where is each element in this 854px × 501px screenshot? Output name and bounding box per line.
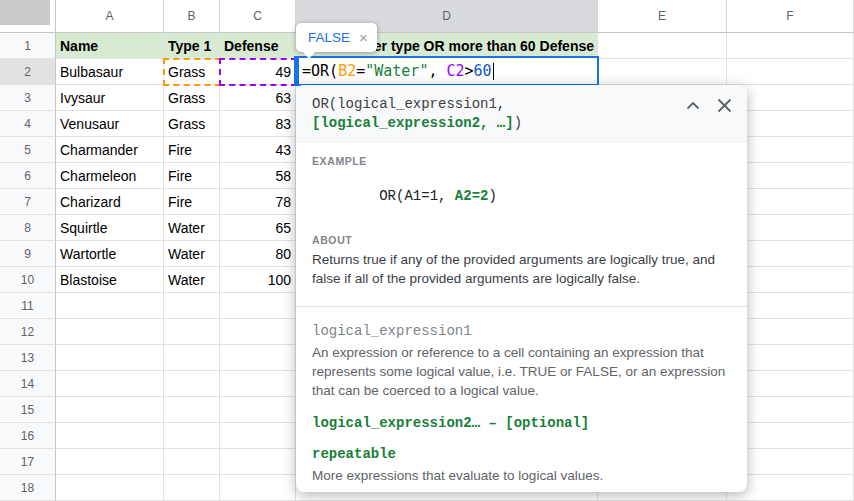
row-header-2[interactable]: 2 (0, 59, 56, 85)
cell-C9[interactable]: 80 (220, 241, 296, 267)
row-header-3[interactable]: 3 (0, 85, 56, 111)
row-header-8[interactable]: 8 (0, 215, 56, 241)
signature-prefix: OR(logical_expression1, (312, 96, 505, 112)
cell-B2[interactable]: Grass (164, 59, 220, 85)
cell-A8[interactable]: Squirtle (56, 215, 164, 241)
formula-token-1: B2 (338, 62, 356, 80)
cell-A5[interactable]: Charmander (56, 137, 164, 163)
select-all-corner[interactable] (0, 0, 56, 33)
row-header-6[interactable]: 6 (0, 163, 56, 189)
row-header-5[interactable]: 5 (0, 137, 56, 163)
row-header-7[interactable]: 7 (0, 189, 56, 215)
cell-C11[interactable] (220, 293, 296, 319)
row-header-14[interactable]: 14 (0, 371, 56, 397)
cell-F2[interactable] (727, 59, 854, 85)
cell-B14[interactable] (164, 371, 220, 397)
cell-C4[interactable]: 83 (220, 111, 296, 137)
close-icon[interactable] (717, 98, 732, 113)
cell-A4[interactable]: Venusaur (56, 111, 164, 137)
cell-B7[interactable]: Fire (164, 189, 220, 215)
row-header-18[interactable]: 18 (0, 475, 56, 501)
row-header-17[interactable]: 17 (0, 449, 56, 475)
cell-C5[interactable]: 43 (220, 137, 296, 163)
cell-A18[interactable] (56, 475, 164, 501)
row-header-9[interactable]: 9 (0, 241, 56, 267)
cell-C7[interactable]: 78 (220, 189, 296, 215)
row-header-1[interactable]: 1 (0, 33, 56, 59)
cell-A13[interactable] (56, 345, 164, 371)
cell-A15[interactable] (56, 397, 164, 423)
cell-A7[interactable]: Charizard (56, 189, 164, 215)
function-help-popup: OR(logical_expression1, [logical_express… (296, 85, 747, 492)
cell-A2[interactable]: Bulbasaur (56, 59, 164, 85)
row-header-11[interactable]: 11 (0, 293, 56, 319)
divider (296, 306, 747, 307)
cell-A11[interactable] (56, 293, 164, 319)
cell-E2[interactable] (598, 59, 727, 85)
cell-F1[interactable] (727, 33, 854, 59)
cell-C12[interactable] (220, 319, 296, 345)
row-header-12[interactable]: 12 (0, 319, 56, 345)
formula-token-3: "Water" (365, 62, 428, 80)
about-label: ABOUT (312, 234, 731, 246)
tooltip-close-icon[interactable]: × (359, 29, 368, 46)
cell-C10[interactable]: 100 (220, 267, 296, 293)
cell-C2[interactable]: 49 (220, 59, 296, 85)
row-header-16[interactable]: 16 (0, 423, 56, 449)
cell-C15[interactable] (220, 397, 296, 423)
cell-C6[interactable]: 58 (220, 163, 296, 189)
cell-C8[interactable]: 65 (220, 215, 296, 241)
parameter-description: More expressions that evaluate to logica… (312, 466, 731, 485)
cell-C13[interactable] (220, 345, 296, 371)
cell-A17[interactable] (56, 449, 164, 475)
cell-C3[interactable]: 63 (220, 85, 296, 111)
cell-B5[interactable]: Fire (164, 137, 220, 163)
cell-C17[interactable] (220, 449, 296, 475)
formula-token-0: =OR( (302, 62, 338, 80)
cell-B8[interactable]: Water (164, 215, 220, 241)
cell-A6[interactable]: Charmeleon (56, 163, 164, 189)
cell-A12[interactable] (56, 319, 164, 345)
result-value: FALSE (308, 30, 350, 45)
cell-B1[interactable]: Type 1 (164, 33, 220, 59)
cell-editor-D2[interactable]: =OR(B2="Water", C2>60 (294, 56, 599, 86)
column-header-E[interactable]: E (598, 0, 727, 33)
parameter-description: An expression or reference to a cell con… (312, 343, 731, 400)
cell-C18[interactable] (220, 475, 296, 501)
cell-B3[interactable]: Grass (164, 85, 220, 111)
cell-B11[interactable] (164, 293, 220, 319)
cell-A1[interactable]: Name (56, 33, 164, 59)
cell-B10[interactable]: Water (164, 267, 220, 293)
column-header-A[interactable]: A (56, 0, 164, 33)
cell-B4[interactable]: Grass (164, 111, 220, 137)
row-header-15[interactable]: 15 (0, 397, 56, 423)
cell-A10[interactable]: Blastoise (56, 267, 164, 293)
cell-A9[interactable]: Wartortle (56, 241, 164, 267)
function-signature: OR(logical_expression1, [logical_express… (296, 85, 747, 142)
cell-B12[interactable] (164, 319, 220, 345)
cell-A3[interactable]: Ivysaur (56, 85, 164, 111)
row-header-4[interactable]: 4 (0, 111, 56, 137)
cell-A14[interactable] (56, 371, 164, 397)
spreadsheet: NameType 1DefenseWater type OR more than… (0, 0, 854, 501)
cell-C16[interactable] (220, 423, 296, 449)
cell-B15[interactable] (164, 397, 220, 423)
row-header-13[interactable]: 13 (0, 345, 56, 371)
cell-B18[interactable] (164, 475, 220, 501)
cell-A16[interactable] (56, 423, 164, 449)
cell-B16[interactable] (164, 423, 220, 449)
cell-E1[interactable] (598, 33, 727, 59)
cell-C1[interactable]: Defense (220, 33, 296, 59)
column-header-C[interactable]: C (220, 0, 296, 33)
column-header-B[interactable]: B (164, 0, 220, 33)
example-label: EXAMPLE (312, 155, 731, 167)
cell-B6[interactable]: Fire (164, 163, 220, 189)
signature-optional: [logical_expression2, …] (312, 115, 514, 131)
column-header-F[interactable]: F (727, 0, 854, 33)
cell-C14[interactable] (220, 371, 296, 397)
row-header-10[interactable]: 10 (0, 267, 56, 293)
cell-B13[interactable] (164, 345, 220, 371)
cell-B9[interactable]: Water (164, 241, 220, 267)
chevron-up-icon[interactable] (686, 101, 700, 110)
cell-B17[interactable] (164, 449, 220, 475)
